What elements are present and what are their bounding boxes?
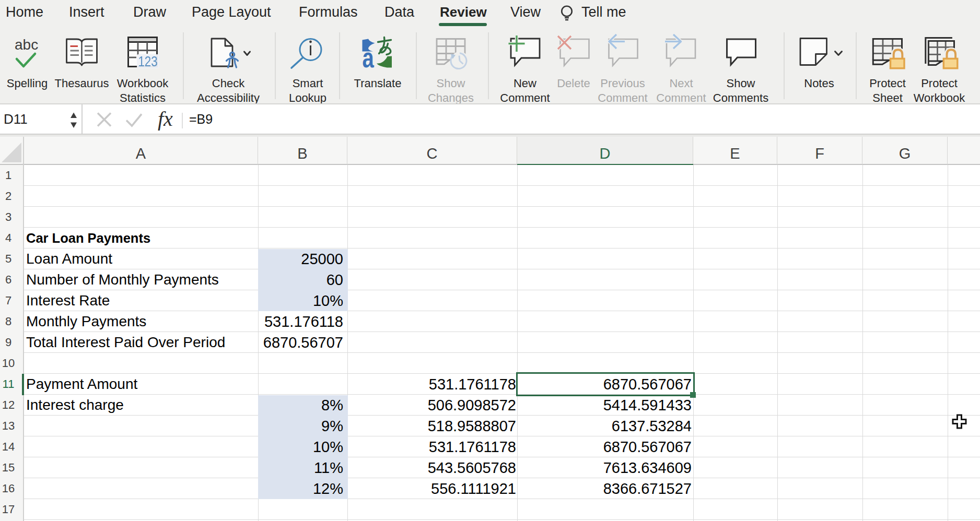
svg-text:a: a (363, 42, 375, 73)
